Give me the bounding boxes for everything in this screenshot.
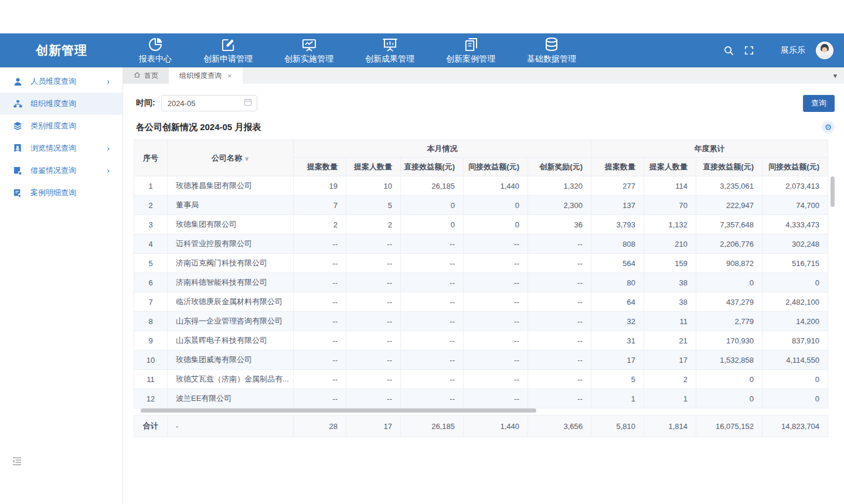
cell-value: 2,482,100 [763, 292, 828, 312]
chevron-right-icon: › [107, 77, 110, 86]
col-header-company[interactable]: 公司名称∨ [168, 140, 294, 176]
nav-item-documents[interactable]: 创新案例管理 [430, 33, 511, 67]
cell-value: -- [401, 254, 464, 273]
time-input[interactable]: 2024-05 [161, 95, 257, 111]
cell-company: 山东晨晖电子科技有限公司 [168, 331, 294, 350]
nav-item-label: 创新案例管理 [446, 54, 495, 64]
gear-icon[interactable]: ⚙ [822, 121, 835, 134]
cell-value: 210 [644, 234, 696, 254]
close-icon[interactable]: × [227, 71, 232, 80]
cell-value: 0 [401, 196, 464, 215]
cell-value: 1,320 [528, 176, 591, 196]
cell-company: 迈科管业控股有限公司 [168, 234, 294, 254]
sidebar-item-doc-detail[interactable]: 案例明细查询 [0, 182, 122, 204]
tab-org-query[interactable]: 组织维度查询 × [169, 67, 243, 84]
total-value: 5,810 [591, 416, 644, 437]
calendar-icon [244, 98, 252, 108]
cell-company: 玫德雅昌集团有限公司 [168, 176, 294, 196]
cell-value: -- [346, 350, 401, 370]
cell-value: -- [346, 370, 401, 389]
total-value: 17 [346, 416, 401, 437]
fullscreen-icon[interactable] [744, 46, 754, 55]
sidebar-item-doc-star[interactable]: 借鉴情况查询› [0, 159, 122, 182]
nav-item-database[interactable]: 基础数据管理 [511, 33, 592, 67]
nav-item-edit[interactable]: 创新申请管理 [188, 33, 268, 67]
col-header-seq: 序号 [134, 140, 168, 176]
total-row: 合计-281726,1851,4403,6565,8101,81416,075,… [134, 416, 828, 437]
cell-value: 908,872 [696, 254, 763, 273]
cell-value: 0 [696, 273, 763, 292]
cell-value: -- [294, 370, 346, 389]
documents-icon [464, 37, 478, 52]
total-value: 14,823,704 [763, 416, 828, 437]
cell-value: 1 [591, 389, 644, 408]
cell-value: -- [464, 312, 528, 331]
sidebar-item-badge-person[interactable]: 浏览情况查询› [0, 137, 122, 159]
nav-item-label: 报表中心 [139, 54, 172, 64]
cell-value: -- [464, 254, 528, 273]
cell-value: -- [464, 370, 528, 389]
cell-value: -- [464, 273, 528, 292]
sidebar-item-org-chart[interactable]: 组织维度查询 [0, 93, 122, 115]
query-button[interactable]: 查询 [803, 95, 835, 112]
group-header-year: 年度累计 [591, 140, 828, 158]
cell-value: 1 [644, 389, 696, 408]
cell-seq: 1 [134, 176, 168, 196]
sidebar-collapse-button[interactable] [12, 457, 22, 466]
cell-value: 159 [644, 254, 696, 273]
cell-seq: 5 [134, 254, 168, 273]
cell-value: 0 [763, 370, 828, 389]
cell-value: 5 [346, 196, 401, 215]
nav-item-label: 创新实施管理 [284, 54, 333, 64]
header-actions: 展乐乐 [724, 33, 833, 67]
avatar[interactable] [816, 42, 833, 59]
total-value: 26,185 [401, 416, 464, 437]
cell-value: -- [401, 370, 464, 389]
cell-company: 山东得一企业管理咨询有限公司 [168, 312, 294, 331]
database-icon [544, 37, 559, 52]
app-header: 创新管理 报表中心创新申请管理创新实施管理创新成果管理创新案例管理基础数据管理 … [0, 33, 844, 67]
username[interactable]: 展乐乐 [781, 45, 805, 56]
vertical-scrollbar[interactable] [831, 176, 835, 207]
cell-value: 74,700 [763, 196, 828, 215]
cell-value: 2 [346, 215, 401, 234]
edit-icon [221, 37, 236, 52]
table-row: 6济南科德智能科技有限公司----------803800 [134, 273, 828, 292]
sidebar-item-layers[interactable]: 类别维度查询 [0, 115, 122, 137]
chevron-right-icon: › [107, 144, 110, 152]
cell-value: -- [528, 273, 591, 292]
tab-dropdown-caret-icon[interactable]: ▼ [832, 67, 838, 84]
cell-value: 0 [763, 389, 828, 408]
main-nav: 报表中心创新申请管理创新实施管理创新成果管理创新案例管理基础数据管理 [123, 33, 592, 67]
tab-home[interactable]: 首页 [123, 67, 169, 84]
app-window: 创新管理 报表中心创新申请管理创新实施管理创新成果管理创新案例管理基础数据管理 … [0, 0, 844, 504]
cell-value: -- [294, 350, 346, 370]
cell-company: 波兰EE有限公司 [168, 389, 294, 408]
cell-value: 5 [591, 370, 644, 389]
cell-value: 21 [644, 331, 696, 350]
sidebar-item-person[interactable]: 人员维度查询› [0, 70, 122, 93]
cell-value: -- [464, 331, 528, 350]
cell-value: -- [346, 389, 401, 408]
table-row: 4迈科管业控股有限公司----------8082102,206,776302,… [134, 234, 828, 254]
cell-company: 玫德艾瓦兹（济南）金属制品有... [168, 370, 294, 389]
group-header-month: 本月情况 [294, 140, 591, 158]
search-icon[interactable] [724, 46, 734, 56]
horizontal-scrollbar[interactable] [141, 408, 536, 413]
doc-detail-icon [13, 188, 22, 197]
nav-item-pie-chart[interactable]: 报表中心 [123, 33, 188, 67]
cell-value: -- [294, 254, 346, 273]
cell-value: -- [401, 331, 464, 350]
nav-item-presentation-line[interactable]: 创新实施管理 [268, 33, 349, 67]
cell-seq: 10 [134, 350, 168, 370]
table-row: 8山东得一企业管理咨询有限公司----------32112,77914,200 [134, 312, 828, 331]
table-row: 2董事局75002,30013770222,94774,700 [134, 196, 828, 215]
nav-item-presentation-bars[interactable]: 创新成果管理 [349, 33, 430, 67]
report-table: 序号 公司名称∨ 本月情况 年度累计 提案数量提案人数量直接效益额(元)间接效益… [134, 139, 828, 408]
cell-value: -- [346, 292, 401, 312]
cell-value: -- [401, 389, 464, 408]
cell-value: 114 [644, 176, 696, 196]
cell-value: 0 [464, 215, 528, 234]
cell-value: 277 [591, 176, 644, 196]
total-table: 合计-281726,1851,4403,6565,8101,81416,075,… [134, 415, 828, 437]
